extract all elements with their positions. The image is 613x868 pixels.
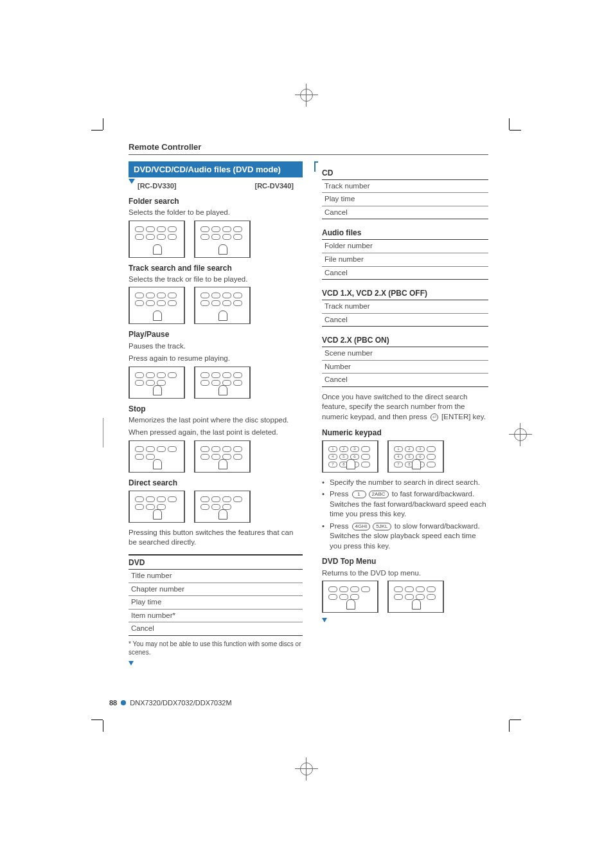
hand-icon (153, 459, 162, 469)
folder-search-desc: Selects the folder to be played. (129, 208, 303, 218)
enter-key-icon: ⏎ (431, 413, 438, 421)
vcd-on-table: Scene number Number Cancel (322, 347, 488, 387)
play-pause-l1: Pauses the track. (129, 341, 303, 352)
accent-mark-icon (314, 161, 318, 172)
track-search-heading: Track search and file search (129, 263, 303, 273)
table-row: Cancel (322, 267, 488, 280)
crop-mark (498, 130, 510, 141)
dvd-table: Title number Chapter number Play time It… (129, 569, 303, 636)
page-footer: 88 DNX7320/DDX7032/DDX7032M (109, 698, 232, 708)
audio-subhead: Audio files (322, 226, 488, 238)
table-row: File number (322, 253, 488, 267)
topmenu-heading: DVD Top Menu (322, 556, 488, 566)
table-row: Item number* (129, 610, 303, 623)
crop-mark (498, 709, 510, 720)
table-row: Title number (129, 570, 303, 583)
keypad-diagram: 123456789 (322, 440, 378, 473)
remote-diagram (194, 491, 251, 523)
remote-diagram (129, 221, 185, 258)
continued-arrow-icon (129, 661, 134, 665)
hand-icon (153, 509, 162, 520)
table-row: Track number (322, 300, 488, 314)
registration-mark-left (103, 418, 103, 448)
left-column: DVD/VCD/CD/Audio files (DVD mode) [RC-DV… (129, 161, 303, 665)
hand-icon (346, 599, 355, 610)
right-column: CD Track number Play time Cancel Audio f… (314, 161, 488, 665)
model-row: [RC-DV330] [RC-DV340] (138, 181, 294, 191)
table-row: Scene number (322, 347, 488, 361)
hand-icon (218, 385, 227, 395)
direct-note-suffix: [ENTER] key. (440, 413, 486, 420)
crop-mark (103, 130, 114, 141)
stop-l1: Memorizes the last point where the disc … (129, 415, 303, 426)
folder-search-heading: Folder search (129, 196, 303, 206)
direct-search-desc: Pressing this button switches the featur… (129, 528, 303, 548)
track-search-desc: Selects the track or file to be played. (129, 275, 303, 285)
remote-diagram (194, 440, 251, 473)
list-item: Specify the number to search in direct s… (322, 478, 488, 488)
remote-diagram (387, 581, 444, 613)
key-2-icon: 2ABC (369, 491, 389, 498)
vcd-on-subhead: VCD 2.X (PBC ON) (322, 333, 488, 345)
table-row: Track number (322, 180, 488, 194)
b2-prefix: Press (330, 490, 351, 498)
topmenu-desc: Returns to the DVD top menu. (322, 568, 488, 579)
hand-icon (153, 244, 162, 255)
footer-dot-icon (121, 700, 126, 705)
dvd-subhead: DVD (129, 554, 303, 568)
crop-mark (103, 709, 114, 720)
hand-icon (412, 459, 421, 469)
hand-icon (218, 459, 227, 469)
remote-diagram (129, 287, 185, 324)
table-row: Chapter number (129, 583, 303, 597)
audio-table: Folder number File number Cancel (322, 239, 488, 280)
vcd-off-table: Track number Cancel (322, 300, 488, 327)
registration-mark-top (295, 84, 318, 107)
hand-icon (412, 599, 421, 610)
remote-diagram (129, 366, 185, 399)
mode-heading: DVD/VCD/CD/Audio files (DVD mode) (129, 161, 303, 178)
numeric-bullets: Specify the number to search in direct s… (322, 478, 488, 552)
table-row: Cancel (322, 206, 488, 219)
page-number: 88 (109, 698, 117, 708)
stop-l2: When pressed again, the last point is de… (129, 428, 303, 438)
key-1-icon: 1 (352, 491, 366, 498)
model-a: [RC-DV330] (138, 181, 177, 191)
table-row: Cancel (322, 314, 488, 327)
table-row: Number (322, 361, 488, 374)
play-pause-l2: Press again to resume playing. (129, 354, 303, 364)
key-5-icon: 5JKL (373, 523, 391, 530)
dvd-footnote: * You may not be able to use this functi… (129, 640, 303, 657)
table-row: Play time (129, 596, 303, 610)
footer-models: DNX7320/DDX7032/DDX7032M (130, 698, 231, 708)
numeric-heading: Numeric keypad (322, 428, 488, 438)
remote-diagram (129, 440, 185, 473)
hand-icon (346, 459, 355, 469)
remote-diagram (129, 491, 185, 523)
page-body: Remote Controller DVD/VCD/CD/Audio files… (129, 141, 488, 665)
keypad-diagram: 123456789 (387, 440, 444, 473)
table-row: Cancel (129, 622, 303, 635)
hand-icon (153, 311, 162, 321)
vcd-off-subhead: VCD 1.X, VCD 2.X (PBC OFF) (322, 286, 488, 298)
stop-heading: Stop (129, 404, 303, 414)
hand-icon (218, 311, 227, 321)
hand-icon (153, 385, 162, 395)
cd-table: Track number Play time Cancel (322, 179, 488, 220)
list-item: Press 4GHI5JKL to slow forward/backward.… (322, 521, 488, 552)
cd-subhead: CD (322, 168, 488, 178)
play-pause-heading: Play/Pause (129, 329, 303, 339)
remote-diagram (194, 366, 251, 399)
direct-note: Once you have switched to the direct sea… (322, 392, 488, 422)
remote-diagram (194, 287, 251, 324)
table-row: Play time (322, 193, 488, 206)
hand-icon (218, 244, 227, 255)
table-row: Cancel (322, 374, 488, 386)
hand-icon (218, 509, 227, 520)
direct-search-heading: Direct search (129, 478, 303, 488)
registration-mark-right (509, 423, 532, 446)
b3-prefix: Press (330, 522, 351, 530)
key-4-icon: 4GHI (352, 523, 371, 530)
model-b: [RC-DV340] (254, 181, 294, 191)
list-item: Press 12ABC to fast forward/backward. Sw… (322, 489, 488, 520)
